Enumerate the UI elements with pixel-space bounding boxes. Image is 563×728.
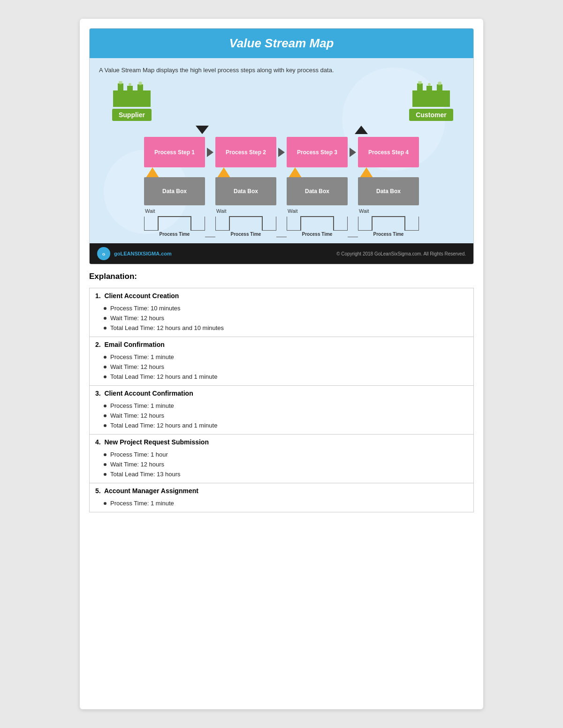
customer-label: Customer [409, 109, 453, 121]
arrow-1-2 [207, 148, 213, 157]
svg-rect-3 [137, 84, 143, 93]
timeline-segment-4: Wait Process Time [358, 208, 419, 237]
step-3-bullet-2: Wait Time: 12 hours [90, 411, 474, 420]
bullet-dot [104, 424, 107, 427]
process-time-label-2: Process Time [231, 232, 261, 237]
timeline-segment-2: Wait Process Time [215, 208, 276, 237]
data-box-4: Data Box [358, 177, 419, 205]
step-2-bullet-2: Wait Time: 12 hours [90, 362, 474, 372]
step-2-bullet-1: Process Time: 1 minute [90, 352, 474, 362]
vsm-body: A Value Stream Map displays the high lev… [90, 58, 473, 243]
timeline-segment-1: Wait Process Time [144, 208, 205, 237]
step-number-5: 5. Account Manager Assignment [95, 487, 198, 495]
zigzag-4 [358, 215, 419, 231]
svg-rect-9 [426, 86, 432, 93]
bullet-dot [104, 405, 107, 407]
data-box-1: Data Box [144, 177, 205, 205]
svg-rect-8 [417, 83, 423, 93]
data-box-3: Data Box [287, 177, 348, 205]
triangle-1 [146, 167, 159, 178]
customer-arrow-up [355, 126, 368, 134]
databox-group-4: Data Box [358, 167, 419, 205]
connector-svg-3 [348, 221, 358, 237]
bullet-text: Wait Time: 12 hours [110, 461, 164, 468]
bullet-text: Process Time: 1 minute [110, 402, 174, 409]
step-header-5: 5. Account Manager Assignment [90, 483, 474, 499]
bullet-dot [104, 463, 107, 466]
bullet-text: Wait Time: 12 hours [110, 363, 164, 370]
wait-label-3: Wait [288, 208, 298, 214]
step-4-bullet-1: Process Time: 1 hour [90, 450, 474, 459]
bullet-dot [104, 356, 107, 359]
svg-point-12 [428, 83, 431, 86]
bullet-dot [104, 502, 107, 505]
step-1-bullet-3: Total Lead Time: 12 hours and 10 minutes [90, 323, 474, 337]
step-header-1: 1. Client Account Creation [90, 288, 474, 304]
process-step-2: Process Step 2 [215, 137, 276, 167]
supplier-label: Supplier [112, 109, 152, 121]
process-step-1: Process Step 1 [144, 137, 205, 167]
triangle-4 [360, 167, 373, 178]
vsm-header: Value Stream Map [90, 29, 473, 58]
svg-rect-1 [118, 83, 123, 93]
wait-label-4: Wait [359, 208, 369, 214]
svg-point-13 [438, 82, 441, 85]
zigzag-1 [144, 215, 205, 231]
bullet-text: Process Time: 1 hour [110, 451, 168, 458]
data-box-2: Data Box [215, 177, 276, 205]
bullet-text: Wait Time: 12 hours [110, 412, 164, 419]
bullet-text: Total Lead Time: 12 hours and 10 minutes [110, 324, 224, 331]
step-3-bullet-3: Total Lead Time: 12 hours and 1 minute [90, 420, 474, 435]
wait-label-1: Wait [145, 208, 155, 214]
step-number-2: 2. Email Confirmation [95, 341, 165, 348]
step-3-bullet-1: Process Time: 1 minute [90, 401, 474, 411]
glss-logo-svg: G [99, 249, 108, 258]
vsm-diagram-inner: Supplier [99, 81, 464, 239]
step-number-1: 1. Client Account Creation [95, 292, 179, 300]
explanation-section: Explanation: 1. Client Account CreationP… [80, 264, 483, 520]
explanation-table: 1. Client Account CreationProcess Time: … [89, 288, 474, 512]
step-1-bullet-1: Process Time: 10 minutes [90, 303, 474, 313]
bullet-dot [104, 327, 107, 330]
bullet-dot [104, 375, 107, 378]
supplier-arrow-down [196, 126, 209, 134]
bullet-text: Process Time: 1 minute [110, 353, 174, 360]
footer-brand: goLEANSIXSIGMA.com [114, 251, 172, 256]
footer-copyright: © Copyright 2018 GoLeanSixSigma.com. All… [336, 251, 466, 256]
glss-logo-icon: G [97, 247, 110, 260]
arrow-2-3 [278, 148, 285, 157]
flow-arrows [99, 125, 464, 135]
svg-rect-2 [127, 86, 133, 93]
vsm-diagram: Value Stream Map A Value Stream Map disp… [89, 28, 474, 264]
svg-rect-0 [113, 90, 151, 107]
bullet-dot [104, 366, 107, 368]
timeline-connector-1 [205, 222, 215, 237]
customer-factory-icon [412, 81, 450, 107]
arrow-3-4 [350, 148, 356, 157]
databox-group-2: Data Box [215, 167, 276, 205]
process-step-3: Process Step 3 [287, 137, 348, 167]
bullet-text: Total Lead Time: 12 hours and 1 minute [110, 373, 217, 380]
step-4-bullet-2: Wait Time: 12 hours [90, 459, 474, 469]
step-header-3: 3. Client Account Confirmation [90, 386, 474, 401]
svg-rect-7 [412, 90, 450, 107]
supplier-factory-icon [113, 81, 151, 107]
zigzag-2 [215, 215, 276, 231]
bullet-text: Total Lead Time: 12 hours and 1 minute [110, 422, 217, 429]
step-number-3: 3. Client Account Confirmation [95, 390, 193, 397]
step-header-2: 2. Email Confirmation [90, 337, 474, 353]
vsm-subtitle: A Value Stream Map displays the high lev… [99, 67, 464, 74]
timeline-connector-3 [348, 222, 358, 237]
bullet-dot [104, 317, 107, 320]
timeline-segment-3: Wait Process Time [287, 208, 348, 237]
databox-row: Data Box Data Box Data Box [99, 167, 464, 205]
bullet-text: Process Time: 1 minute [110, 500, 174, 507]
bullet-text: Wait Time: 12 hours [110, 315, 164, 322]
svg-rect-10 [437, 84, 442, 93]
customer-block: Customer [403, 81, 459, 121]
process-steps-row: Process Step 1 Process Step 2 Process St… [99, 137, 464, 167]
vsm-title: Value Stream Map [97, 36, 466, 51]
explanation-title: Explanation: [89, 272, 474, 281]
svg-point-5 [129, 83, 131, 86]
step-5-bullet-1: Process Time: 1 minute [90, 498, 474, 512]
